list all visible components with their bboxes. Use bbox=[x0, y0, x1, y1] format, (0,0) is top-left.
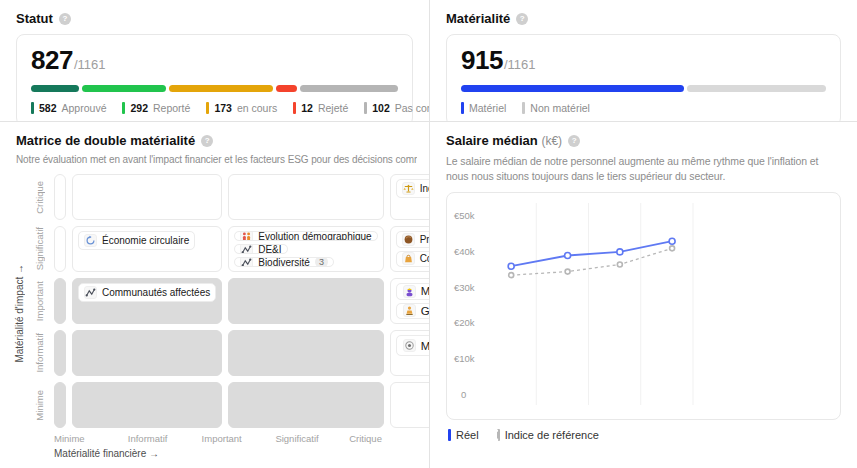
people-icon bbox=[240, 231, 253, 241]
series-line-reel bbox=[511, 242, 672, 267]
materiality-matrix: Matérialité d'impact → CritiqueInclusion… bbox=[16, 174, 417, 459]
matrix-cell bbox=[54, 226, 66, 272]
topic-tag[interactable]: Communautés affectées bbox=[78, 283, 216, 302]
materialite-value: 915 bbox=[461, 45, 503, 76]
legend-item: 292Reporté bbox=[122, 102, 190, 114]
bar-segment bbox=[169, 85, 273, 92]
matrix-title: Matrice de double matérialité bbox=[16, 133, 195, 148]
topic-tag[interactable]: DE&I bbox=[234, 244, 287, 254]
data-point[interactable] bbox=[509, 273, 514, 278]
topic-tag-label: Économie circulaire bbox=[102, 235, 189, 246]
topic-tag[interactable]: Économie circulaire bbox=[78, 231, 195, 250]
salary-chart-legend: RéelIndice de référence bbox=[446, 429, 841, 441]
topic-tag[interactable]: Évolution démographique bbox=[234, 231, 377, 241]
topic-tag-label: Biodiversité bbox=[258, 257, 310, 267]
matrix-grid: CritiqueInclusion financièreChangement c… bbox=[30, 174, 417, 428]
y-tick-label: €40k bbox=[454, 246, 475, 257]
matrix-cell bbox=[54, 382, 66, 428]
governance-icon bbox=[403, 304, 416, 317]
recycle-icon bbox=[84, 234, 97, 247]
matrix-cell bbox=[72, 174, 222, 220]
y-tick-label: €10k bbox=[454, 354, 475, 365]
matrix-cell: Communautés affectées bbox=[72, 278, 222, 324]
legend-item: Réel bbox=[448, 429, 479, 441]
legend-tick bbox=[522, 102, 525, 114]
matrix-cell bbox=[390, 382, 429, 428]
topic-tag[interactable]: Main d'œuvre prop bbox=[396, 283, 429, 300]
matrix-cell bbox=[72, 330, 222, 376]
legend-tick bbox=[31, 102, 34, 114]
topic-tag-label: Produits responsables bbox=[420, 234, 429, 245]
topic-tag[interactable]: Produits responsables bbox=[396, 231, 429, 248]
salary-line-chart: €50k€40k€30k€20k€10k0 bbox=[451, 197, 701, 413]
balance-icon bbox=[402, 182, 415, 195]
matrix-panel: Matrice de double matérialité ? Notre év… bbox=[0, 122, 429, 468]
topic-tag[interactable]: Gouvernance d'en bbox=[396, 303, 429, 320]
row-label-text: Informatif bbox=[34, 333, 45, 373]
y-tick-label: €50k bbox=[454, 211, 475, 222]
help-icon[interactable]: ? bbox=[516, 13, 528, 25]
matrix-col-label: Informatif bbox=[128, 433, 196, 444]
matrix-description: Notre évaluation met en avant l'impact f… bbox=[16, 154, 417, 165]
data-point[interactable] bbox=[508, 264, 514, 270]
matrix-col-labels: MinimeInformatifImportantSignificatifCri… bbox=[30, 433, 417, 444]
statut-progress-bar bbox=[31, 85, 398, 92]
matrix-cell: Produits responsablesConsommateurs bbox=[390, 226, 429, 272]
legend-label: Indice de référence bbox=[505, 429, 599, 441]
legend-count: 292 bbox=[130, 102, 148, 114]
legend-label: Reporté bbox=[153, 102, 190, 114]
topic-tag-label: Consommateurs bbox=[420, 253, 429, 264]
help-icon[interactable]: ? bbox=[568, 135, 580, 147]
matrix-row-label: Minime bbox=[30, 382, 48, 428]
topic-tag-label: Gouvernance d'en bbox=[421, 305, 429, 317]
matrix-col-label: Minime bbox=[54, 433, 122, 444]
salary-chart-card: €50k€40k€30k€20k€10k0 bbox=[446, 192, 841, 420]
legend-label: en cours bbox=[237, 102, 277, 114]
matrix-cell: Inclusion financière bbox=[390, 174, 429, 220]
impact-axis-label: Matérialité d'impact → bbox=[14, 264, 25, 363]
data-point[interactable] bbox=[669, 239, 675, 245]
topic-tag-label: Communautés affectées bbox=[102, 287, 210, 298]
help-icon[interactable]: ? bbox=[59, 13, 71, 25]
bar-segment bbox=[300, 85, 398, 92]
matrix-cell: Économie circulaire bbox=[72, 226, 222, 272]
topic-tag[interactable]: Main-d'œuvre dan bbox=[396, 335, 429, 356]
matrix-row-label: Significatif bbox=[30, 226, 48, 272]
matrix-cell: Main-d'œuvre dan bbox=[390, 330, 429, 376]
help-icon[interactable]: ? bbox=[201, 135, 213, 147]
legend-count: 173 bbox=[214, 102, 232, 114]
legend-item: 582Approuvé bbox=[31, 102, 106, 114]
materialite-progress-bar bbox=[461, 85, 826, 92]
legend-tick bbox=[364, 102, 367, 114]
row-label-text: Important bbox=[34, 281, 45, 321]
data-point[interactable] bbox=[617, 262, 622, 267]
matrix-cell bbox=[72, 382, 222, 428]
legend-item: 12Rejeté bbox=[293, 102, 348, 114]
legend-item: Indice de référence bbox=[497, 429, 599, 441]
row-label-text: Minime bbox=[34, 390, 45, 421]
legend-tick bbox=[122, 102, 125, 114]
bar-segment bbox=[31, 85, 79, 92]
materialite-card: 915 /1161 MatérielNon matériel bbox=[446, 34, 841, 121]
topic-count-badge: 3 bbox=[315, 257, 328, 267]
statut-title: Statut bbox=[16, 11, 53, 26]
legend-label: Matériel bbox=[469, 102, 506, 114]
legend-label: Approuvé bbox=[62, 102, 107, 114]
topic-tag[interactable]: Consommateurs bbox=[396, 251, 429, 268]
topic-tag[interactable]: Inclusion financière bbox=[396, 179, 429, 198]
matrix-row-label: Important bbox=[30, 278, 48, 324]
legend-item: Non matériel bbox=[522, 102, 590, 114]
target-icon bbox=[403, 339, 416, 352]
legend-item: 173en cours bbox=[206, 102, 277, 114]
statut-total: /1161 bbox=[74, 57, 106, 72]
data-point[interactable] bbox=[670, 246, 675, 251]
data-point[interactable] bbox=[617, 249, 623, 255]
data-point[interactable] bbox=[565, 270, 570, 275]
topic-tag[interactable]: Biodiversité3 bbox=[234, 257, 334, 267]
data-point[interactable] bbox=[565, 253, 571, 259]
legend-count: 582 bbox=[39, 102, 57, 114]
legend-tick bbox=[461, 102, 464, 114]
product-icon bbox=[402, 233, 415, 246]
row-label-text: Significatif bbox=[34, 227, 45, 270]
legend-label: Non matériel bbox=[530, 102, 590, 114]
